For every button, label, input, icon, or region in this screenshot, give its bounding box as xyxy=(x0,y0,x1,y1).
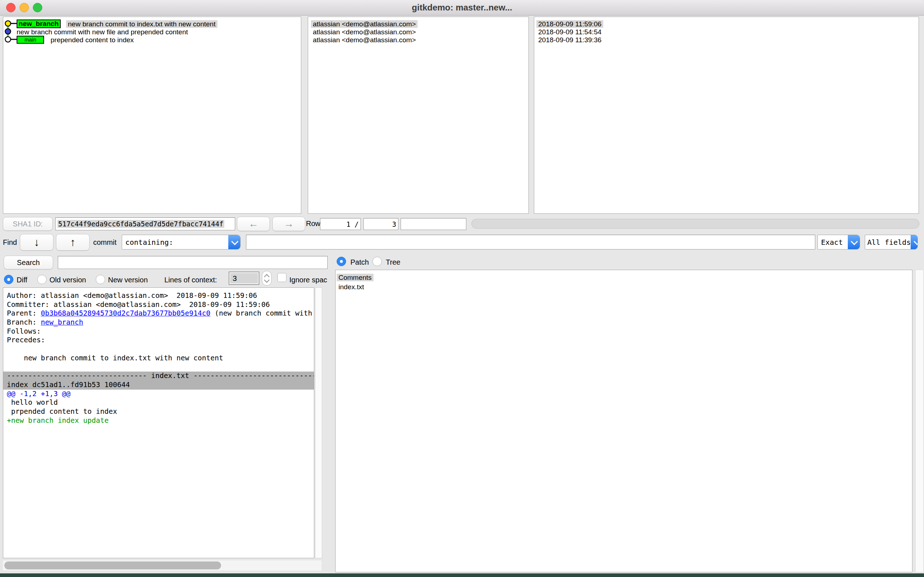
commit-row-message[interactable]: new branch commit to index.txt with new … xyxy=(66,20,218,28)
commit-row-message[interactable]: prepended content to index xyxy=(51,36,134,44)
find-prev-button[interactable]: ↑ xyxy=(56,234,90,251)
row-current-field[interactable]: 1 / xyxy=(320,218,361,230)
diff-added-line: +new branch index update xyxy=(7,416,314,425)
context-lines-stepper[interactable] xyxy=(262,271,272,285)
file-list-item-comments[interactable]: Comments xyxy=(337,273,374,282)
branch-label-main[interactable]: main xyxy=(17,36,44,44)
patch-radio[interactable] xyxy=(337,257,346,266)
new-version-label[interactable]: New version xyxy=(108,276,148,284)
diff-line: Committer: atlassian <demo@atlassian.com… xyxy=(7,300,314,309)
diff-line xyxy=(7,345,314,354)
file-list-item-index-txt[interactable]: index.txt xyxy=(339,283,364,291)
diff-horizontal-scrollbar[interactable] xyxy=(3,560,321,571)
commit-node-yellow-icon xyxy=(5,21,11,26)
find-down-arrow-icon: ↓ xyxy=(34,236,39,248)
date-pane[interactable] xyxy=(534,17,919,214)
tree-radio-label[interactable]: Tree xyxy=(386,258,400,266)
diff-line: Precedes: xyxy=(7,336,314,345)
diff-line: Follows: xyxy=(7,327,314,336)
diff-index-line: index dc51ad1..fd91b53 100644 xyxy=(3,380,314,390)
chevron-down-icon[interactable] xyxy=(848,235,860,249)
parent-sha-link[interactable]: 0b3b68a04528945730d2c7dab73677bb05e914c0 xyxy=(41,309,211,318)
fields-dropdown[interactable]: All fields xyxy=(865,235,918,250)
desktop-background-strip xyxy=(0,574,924,577)
find-up-arrow-icon: ↑ xyxy=(70,236,76,248)
commit-row-date[interactable]: 2018-09-09 11:59:06 xyxy=(536,20,603,28)
file-list-pane[interactable] xyxy=(335,270,913,572)
commit-node-blue-icon xyxy=(5,29,11,34)
row-label: Row xyxy=(306,219,320,228)
commit-row-date[interactable]: 2018-09-09 11:39:36 xyxy=(538,36,601,44)
commit-row-author[interactable]: atlassian <demo@atlassian.com> xyxy=(313,36,416,44)
diff-line: Author: atlassian <demo@atlassian.com> 2… xyxy=(7,292,314,300)
commit-row-date[interactable]: 2018-09-09 11:54:54 xyxy=(538,28,601,36)
context-lines-field[interactable]: 3 xyxy=(229,272,260,285)
forward-arrow-icon: → xyxy=(284,218,294,230)
sha1-input[interactable]: 517c44f9eda9cc6fda5a5ed7d5de7fbacc74144f xyxy=(55,218,235,230)
stepper-down-icon[interactable] xyxy=(264,277,270,283)
find-query-input[interactable] xyxy=(246,235,815,250)
commit-label: commit xyxy=(93,238,116,247)
tree-radio[interactable] xyxy=(373,257,382,266)
commit-row-message[interactable]: new branch commit with new file and prep… xyxy=(17,28,188,36)
diff-line: Branch: new_branch xyxy=(7,318,314,327)
commit-graph-pane[interactable] xyxy=(3,17,301,214)
search-button[interactable]: Search xyxy=(3,256,53,269)
find-next-button[interactable]: ↓ xyxy=(20,234,53,251)
diff-view[interactable]: Author: atlassian <demo@atlassian.com> 2… xyxy=(3,287,314,558)
diff-radio-label[interactable]: Diff xyxy=(17,276,27,284)
match-mode-dropdown[interactable]: Exact xyxy=(818,235,860,250)
diff-hunk-header: @@ -1,2 +1,3 @@ xyxy=(7,390,314,399)
ignore-space-label[interactable]: Ignore spac xyxy=(289,276,327,284)
diff-vertical-scrollbar[interactable] xyxy=(315,287,322,558)
gitk-window: gitkdemo: master..new... new_branch new … xyxy=(0,0,924,577)
forward-button[interactable]: → xyxy=(273,217,305,231)
window-title: gitkdemo: master..new... xyxy=(0,0,924,15)
back-button[interactable]: ← xyxy=(237,217,270,231)
find-label: Find xyxy=(3,238,17,247)
commit-row-author[interactable]: atlassian <demo@atlassian.com> xyxy=(311,20,418,28)
sha1-id-button[interactable]: SHA1 ID: xyxy=(3,217,53,231)
diff-radio[interactable] xyxy=(4,275,13,284)
search-input[interactable] xyxy=(58,256,327,269)
commit-list-horizontal-scrollbar[interactable] xyxy=(471,219,919,229)
old-version-label[interactable]: Old version xyxy=(50,276,86,284)
commit-row-author[interactable]: atlassian <demo@atlassian.com> xyxy=(313,28,416,36)
lines-of-context-label: Lines of context: xyxy=(164,276,217,284)
match-type-dropdown[interactable]: containing: xyxy=(122,235,240,250)
row-total-field[interactable]: 3 xyxy=(363,218,398,230)
diff-line: Parent: 0b3b68a04528945730d2c7dab73677bb… xyxy=(7,309,314,318)
diff-file-header[interactable]: --------------------------------- index.… xyxy=(3,372,314,380)
patch-radio-label[interactable]: Patch xyxy=(350,258,369,266)
branch-link[interactable]: new_branch xyxy=(41,318,83,326)
sha1-value: 517c44f9eda9cc6fda5a5ed7d5de7fbacc74144f xyxy=(57,220,224,228)
new-version-radio[interactable] xyxy=(96,275,105,284)
diff-context-line: prpended content to index xyxy=(7,407,314,416)
row-extra-field[interactable] xyxy=(401,218,466,230)
author-pane[interactable] xyxy=(308,17,529,214)
file-list-vertical-scrollbar[interactable] xyxy=(915,270,924,572)
back-arrow-icon: ← xyxy=(248,218,259,230)
chevron-down-icon[interactable] xyxy=(911,235,918,249)
title-bar[interactable]: gitkdemo: master..new... xyxy=(0,0,924,16)
old-version-radio[interactable] xyxy=(37,275,47,284)
ignore-space-checkbox[interactable] xyxy=(277,273,287,282)
diff-line xyxy=(7,363,314,372)
commit-message-line: new branch commit to index.txt with new … xyxy=(7,354,314,363)
commit-node-white-icon xyxy=(5,37,11,42)
chevron-down-icon[interactable] xyxy=(228,235,240,249)
diff-context-line: hello world xyxy=(7,398,314,407)
scrollbar-thumb[interactable] xyxy=(4,561,221,569)
branch-label-new-branch[interactable]: new_branch xyxy=(17,19,61,28)
